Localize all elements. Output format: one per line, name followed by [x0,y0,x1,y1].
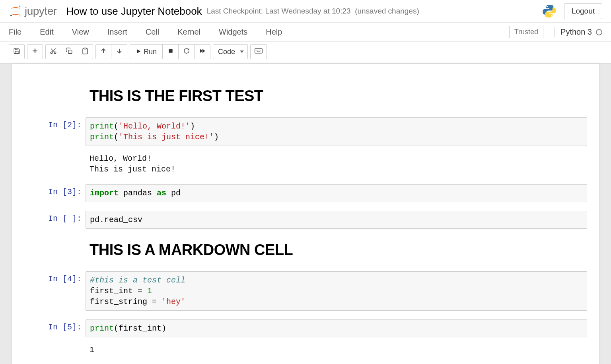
interrupt-button[interactable] [163,44,179,59]
play-icon [136,48,141,56]
menu-kernel[interactable]: Kernel [177,23,210,41]
code-source: pd.read_csv [90,214,583,225]
move-up-button[interactable] [95,44,111,59]
menu-widgets[interactable]: Widgets [219,23,257,41]
celltype-select-wrap[interactable]: Code [213,44,248,59]
code-input[interactable]: import pandas as pd [86,184,587,202]
prompt-empty [24,237,86,264]
svg-point-2 [19,15,21,16]
code-cell[interactable]: In [3]:import pandas as pd [12,183,599,203]
svg-rect-12 [84,48,86,49]
kernel-status-icon [596,29,602,35]
markdown-rendered: THIS IS THE FIRST TEST [86,84,587,110]
input-prompt: In [ ]: [24,211,86,229]
jupyter-logo[interactable]: jupyter [9,4,57,18]
menu-help[interactable]: Help [266,23,292,41]
menu-view[interactable]: View [72,23,99,41]
output-prompt [24,151,86,175]
stop-icon [168,48,173,55]
code-source: print('Hello, World!') print('This is ju… [90,121,583,142]
header: jupyter How to use Jupyter Notebook Last… [0,0,611,23]
cut-icon [50,47,57,56]
svg-point-0 [19,6,20,7]
input-prompt: In [3]: [24,184,86,202]
command-palette-button[interactable] [250,44,267,59]
code-input[interactable]: print('Hello, World!') print('This is ju… [86,117,587,146]
arrow-up-icon [100,48,107,56]
save-icon [13,47,20,56]
code-source: import pandas as pd [90,188,583,199]
markdown-cell[interactable]: THIS IS THE FIRST TEST [12,83,599,111]
keyboard-icon [255,48,263,55]
svg-point-3 [547,6,548,7]
logout-button[interactable]: Logout [564,3,602,19]
code-input[interactable]: print(first_int) [86,319,587,337]
copy-button[interactable] [61,44,77,59]
prompt-empty [24,84,86,110]
kernel-name-label: Python 3 [560,27,592,37]
markdown-rendered: THIS IS A MARKDOWN CELL [86,237,587,264]
code-output: Hello, World! This is just nice! [86,151,587,175]
svg-point-4 [551,15,552,16]
menu-cell[interactable]: Cell [146,23,169,41]
kernel-name[interactable]: Python 3 [555,27,602,37]
code-cell[interactable]: In [5]:print(first_int) [12,319,599,338]
arrow-down-icon [116,48,123,56]
plus-icon [31,47,39,56]
svg-marker-17 [200,49,202,53]
fast-forward-icon [199,48,206,56]
svg-rect-16 [169,49,172,53]
svg-marker-18 [202,49,205,53]
python-icon [542,4,557,19]
input-prompt: In [2]: [24,117,86,146]
code-cell[interactable]: In [2]:print('Hello, World!') print('Thi… [12,117,599,147]
celltype-select[interactable]: Code [213,44,248,59]
menu-insert[interactable]: Insert [107,23,137,41]
run-button[interactable]: Run [130,44,163,59]
code-source: print(first_int) [90,323,583,334]
svg-point-1 [10,15,12,16]
jupyter-icon [9,4,22,18]
menu-file[interactable]: File [9,23,31,41]
input-prompt: In [5]: [24,319,86,337]
move-down-button[interactable] [111,44,127,59]
menubar: File Edit View Insert Cell Kernel Widget… [0,23,611,42]
toolbar: Run Code [0,42,611,64]
svg-marker-15 [137,49,140,53]
restart-run-all-button[interactable] [195,44,210,59]
paste-icon [82,47,89,56]
output-prompt [24,342,86,356]
jupyter-wordmark: jupyter [25,5,57,18]
notebook-area: THIS IS THE FIRST TESTIn [2]:print('Hell… [12,64,599,364]
markdown-heading: THIS IS A MARKDOWN CELL [90,241,583,259]
svg-rect-19 [255,49,263,53]
code-source: #this is a test cell first_int = 1 first… [90,275,583,307]
markdown-cell[interactable]: THIS IS A MARKDOWN CELL [12,237,599,265]
save-button[interactable] [9,44,25,59]
code-output-row: 1 [12,341,599,357]
restart-icon [183,48,190,56]
notebook-title[interactable]: How to use Jupyter Notebook [66,5,202,18]
run-label: Run [144,48,157,56]
output-text: Hello, World! This is just nice! [90,153,583,175]
copy-icon [66,47,73,56]
input-prompt: In [4]: [24,271,86,311]
trusted-indicator[interactable]: Trusted [509,26,543,38]
insert-cell-button[interactable] [27,44,43,59]
output-text: 1 [90,345,583,355]
code-output: 1 [86,342,587,356]
code-output-row: Hello, World! This is just nice! [12,150,599,176]
markdown-heading: THIS IS THE FIRST TEST [90,88,583,105]
restart-button[interactable] [179,44,195,59]
cut-button[interactable] [45,44,61,59]
code-input[interactable]: pd.read_csv [86,211,587,229]
code-cell[interactable]: In [4]:#this is a test cell first_int = … [12,271,599,311]
checkpoint-text: Last Checkpoint: Last Wednesday at 10:23… [207,7,419,16]
menu-edit[interactable]: Edit [40,23,63,41]
paste-button[interactable] [77,44,93,59]
code-input[interactable]: #this is a test cell first_int = 1 first… [86,271,587,311]
svg-rect-11 [68,50,72,54]
code-cell[interactable]: In [ ]:pd.read_csv [12,210,599,230]
